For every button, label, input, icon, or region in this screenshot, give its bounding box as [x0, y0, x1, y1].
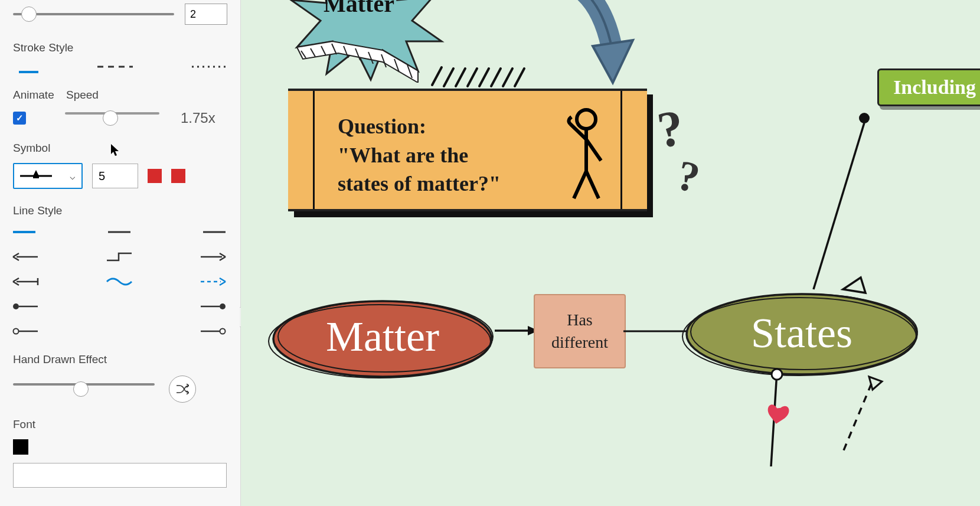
shuffle-icon — [176, 384, 189, 394]
connector-including-to-states[interactable] — [808, 112, 890, 307]
dashed-arrow[interactable] — [842, 377, 882, 455]
svg-point-14 — [220, 303, 226, 309]
svg-point-15 — [14, 329, 19, 334]
symbol-size-input[interactable] — [92, 164, 138, 188]
line-circ-start[interactable] — [13, 325, 84, 338]
svg-text:States: States — [751, 309, 852, 357]
line-wavy[interactable] — [84, 275, 155, 288]
speed-slider[interactable] — [65, 112, 159, 124]
shuffle-button[interactable] — [169, 376, 196, 403]
speed-value: 1.75x — [181, 110, 215, 126]
line-circ-end[interactable] — [155, 325, 226, 338]
starburst-text: Matter — [324, 0, 394, 17]
svg-text:Matter: Matter — [326, 313, 439, 360]
line-arrow-left[interactable] — [13, 250, 84, 263]
node-matter[interactable]: Matter — [264, 290, 501, 393]
symbol-color-1[interactable] — [148, 169, 162, 183]
svg-point-18 — [220, 329, 226, 334]
line-empty-2 — [84, 325, 155, 338]
stroke-style-label: Stroke Style — [13, 41, 227, 54]
stroke-width-input[interactable] — [185, 4, 227, 25]
symbol-preview-icon — [20, 170, 52, 182]
question-mark-2[interactable]: ? — [673, 151, 704, 203]
line-arrow-right[interactable] — [155, 250, 226, 263]
symbol-label: Symbol — [13, 142, 227, 155]
line-empty-1 — [84, 300, 155, 313]
stroke-width-slider[interactable] — [13, 8, 174, 20]
svg-line-41 — [586, 171, 599, 198]
stroke-style-options — [13, 63, 227, 73]
line-arrow-right-blue[interactable] — [155, 275, 226, 288]
question-mark-1[interactable]: ? — [654, 97, 687, 159]
svg-rect-3 — [33, 176, 39, 178]
svg-line-56 — [842, 384, 871, 455]
font-label: Font — [13, 418, 227, 431]
connector-states-down[interactable] — [759, 366, 901, 472]
starburst-matter[interactable]: Matter — [264, 0, 453, 85]
svg-line-39 — [586, 139, 601, 161]
line-arrow-left-tail[interactable] — [13, 275, 84, 288]
heart-icon — [765, 403, 790, 426]
font-color-swatch[interactable] — [13, 439, 28, 455]
line-plain-3[interactable] — [155, 226, 226, 239]
symbol-select[interactable]: ⌵ — [13, 163, 83, 189]
svg-line-29 — [432, 67, 442, 85]
stroke-width-row — [13, 2, 227, 26]
stroke-style-dotted[interactable] — [192, 63, 227, 71]
svg-point-37 — [577, 110, 596, 129]
hand-drawn-slider[interactable] — [13, 383, 155, 395]
svg-line-31 — [456, 68, 465, 86]
animate-label: Animate — [13, 89, 66, 102]
node-has-different[interactable]: Has different — [534, 294, 626, 368]
symbol-color-2[interactable] — [171, 169, 185, 183]
line-style-grid — [13, 226, 226, 338]
svg-line-32 — [468, 68, 477, 86]
svg-point-55 — [772, 369, 782, 380]
line-dot-end[interactable] — [155, 300, 226, 313]
including-tag[interactable]: Including — [877, 68, 980, 106]
stroke-style-dashed[interactable] — [97, 63, 133, 71]
canvas[interactable]: Matter Question: — [241, 0, 980, 506]
properties-sidebar: Stroke Style Animate Speed ✓ 1.75x — [0, 0, 241, 506]
stickman-icon — [566, 106, 607, 201]
svg-line-40 — [574, 171, 586, 198]
line-step[interactable] — [84, 250, 155, 263]
chevron-down-icon: ⌵ — [70, 171, 76, 182]
question-box[interactable]: Question: "What are the states of matter… — [288, 89, 647, 211]
svg-point-42 — [859, 113, 870, 123]
line-dot-start[interactable] — [13, 300, 84, 313]
svg-line-30 — [444, 68, 453, 86]
hand-drawn-label: Hand Drawn Effect — [13, 353, 227, 366]
svg-point-11 — [13, 303, 19, 309]
svg-line-43 — [814, 123, 864, 289]
line-plain-1[interactable] — [13, 226, 84, 239]
question-text: Question: "What are the states of matter… — [338, 112, 501, 198]
animate-checkbox[interactable]: ✓ — [13, 112, 26, 125]
line-plain-2[interactable] — [84, 226, 155, 239]
font-family-select[interactable] — [13, 463, 227, 488]
line-style-label: Line Style — [13, 204, 227, 217]
speed-label: Speed — [66, 89, 99, 102]
stroke-style-solid[interactable] — [19, 63, 38, 73]
